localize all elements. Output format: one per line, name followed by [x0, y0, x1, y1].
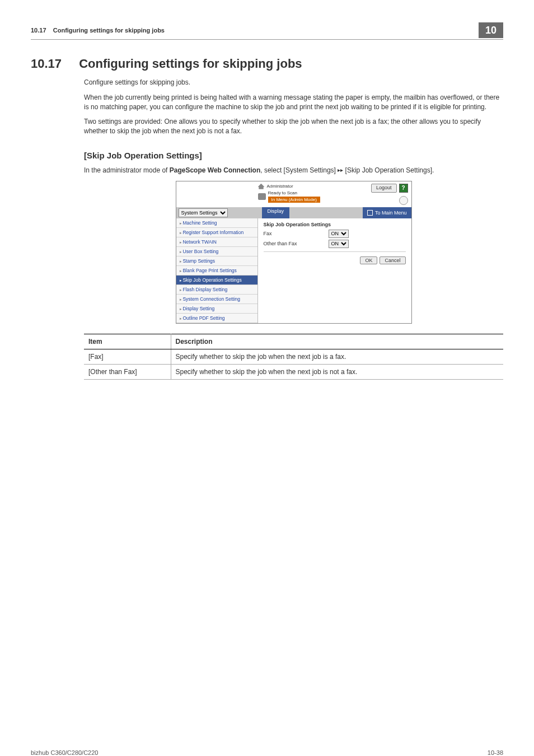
intro-p3: Two settings are provided: One allows yo…: [84, 117, 503, 136]
td-other-desc: Specify whether to skip the job when the…: [171, 364, 503, 379]
running-header: 10.17 Configuring settings for skipping …: [31, 22, 503, 40]
th-item: Item: [84, 334, 171, 349]
page-footer: bizhub C360/C280/C220 10-38: [0, 749, 534, 756]
td-other: [Other than Fax]: [84, 364, 171, 379]
screenshot-panel: Administrator Ready to Scan In Menu (Adm…: [176, 181, 412, 324]
orange-mode-bar: In Menu (Admin Mode): [268, 197, 320, 203]
intro-p2: When the job currently being printed is …: [84, 93, 503, 112]
h1-title: Configuring settings for skipping jobs: [79, 57, 302, 71]
footer-model: bizhub C360/C280/C220: [31, 749, 98, 756]
description-table: Item Description [Fax] Specify whether t…: [84, 334, 503, 380]
sidebar-item-display-setting[interactable]: Display Setting: [176, 304, 257, 314]
help-icon[interactable]: ?: [399, 184, 408, 193]
sidebar-item-skip-job[interactable]: Skip Job Operation Settings: [176, 276, 257, 285]
sidebar-item-network-twain[interactable]: Network TWAIN: [176, 237, 257, 247]
other-than-fax-select[interactable]: ON: [329, 240, 349, 248]
to-main-menu-button[interactable]: To Main Menu: [363, 207, 411, 218]
pane-heading: Skip Job Operation Settings: [264, 222, 406, 227]
td-fax: [Fax]: [84, 349, 171, 364]
td-fax-desc: Specify whether to skip the job when the…: [171, 349, 503, 364]
printer-icon: [258, 193, 266, 200]
admin-label: Administrator: [267, 184, 293, 189]
h1-num: 10.17: [31, 57, 76, 71]
sidebar-item-system-connection[interactable]: System Connection Setting: [176, 295, 257, 304]
header-section-num: 10.17: [31, 27, 46, 34]
h2-skip-job: [Skip Job Operation Settings]: [84, 151, 503, 160]
sidebar-item-register-support[interactable]: Register Support Information: [176, 228, 257, 237]
sidebar-item-outline-pdf[interactable]: Outline PDF Setting: [176, 314, 257, 323]
category-dropdown[interactable]: System Settings: [179, 208, 228, 217]
gear-icon[interactable]: [399, 196, 408, 205]
main-menu-icon: [367, 210, 373, 216]
intro-p1: Configure settings for skipping jobs.: [84, 78, 503, 87]
ok-button[interactable]: OK: [360, 256, 377, 264]
h1: 10.17 Configuring settings for skipping …: [31, 57, 503, 71]
sidebar-item-stamp[interactable]: Stamp Settings: [176, 256, 257, 266]
th-description: Description: [171, 334, 503, 349]
sidebar-item-blank-page[interactable]: Blank Page Print Settings: [176, 266, 257, 276]
ready-label: Ready to Scan: [268, 190, 320, 195]
logout-button[interactable]: Logout: [371, 184, 397, 193]
admin-home-icon: [258, 184, 265, 189]
cancel-button[interactable]: Cancel: [380, 256, 405, 264]
fax-select[interactable]: ON: [329, 230, 349, 238]
display-tab[interactable]: Display: [262, 207, 290, 218]
chapter-badge: 10: [479, 22, 503, 38]
sidebar: Machine Setting Register Support Informa…: [176, 218, 258, 323]
sidebar-item-flash-display[interactable]: Flash Display Setting: [176, 285, 257, 295]
footer-page: 10-38: [488, 749, 503, 756]
other-than-fax-label: Other than Fax: [264, 241, 325, 246]
fax-label: Fax: [264, 231, 325, 236]
header-section-title: Configuring settings for skipping jobs: [53, 27, 165, 34]
sidebar-item-user-box[interactable]: User Box Setting: [176, 247, 257, 256]
instruction: In the administrator mode of PageScope W…: [84, 166, 503, 175]
sidebar-item-machine-setting[interactable]: Machine Setting: [176, 218, 257, 228]
